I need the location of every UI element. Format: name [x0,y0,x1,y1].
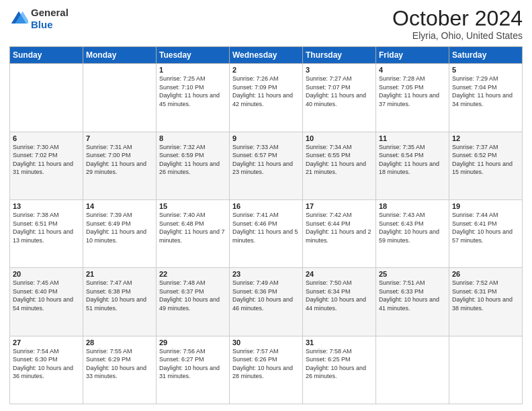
day-info: Sunrise: 7:32 AMSunset: 6:59 PMDaylight:… [159,144,220,176]
day-info: Sunrise: 7:52 AMSunset: 6:31 PMDaylight:… [452,279,513,312]
calendar-cell [376,336,449,404]
day-number: 27 [13,338,80,347]
calendar-cell: 20Sunrise: 7:45 AMSunset: 6:40 PMDayligh… [10,268,83,336]
calendar-cell: 3Sunrise: 7:27 AMSunset: 7:07 PMDaylight… [303,64,376,132]
day-info: Sunrise: 7:26 AMSunset: 7:09 PMDaylight:… [232,75,293,107]
logo-blue: Blue [31,19,53,30]
day-info: Sunrise: 7:44 AMSunset: 6:41 PMDaylight:… [452,212,513,244]
day-info: Sunrise: 7:48 AMSunset: 6:37 PMDaylight:… [159,279,220,312]
calendar-cell: 19Sunrise: 7:44 AMSunset: 6:41 PMDayligh… [449,199,523,267]
calendar-cell: 5Sunrise: 7:29 AMSunset: 7:04 PMDaylight… [449,64,523,132]
day-info: Sunrise: 7:55 AMSunset: 6:29 PMDaylight:… [86,348,146,380]
day-info: Sunrise: 7:41 AMSunset: 6:46 PMDaylight:… [232,212,298,244]
day-number: 14 [86,202,153,210]
day-header-monday: Monday [83,47,157,64]
day-header-thursday: Thursday [303,47,376,64]
calendar-cell: 23Sunrise: 7:49 AMSunset: 6:36 PMDayligh… [230,268,303,336]
day-info: Sunrise: 7:56 AMSunset: 6:27 PMDaylight:… [159,348,220,380]
day-info: Sunrise: 7:39 AMSunset: 6:49 PMDaylight:… [86,212,146,244]
day-number: 3 [306,66,373,74]
calendar-cell: 6Sunrise: 7:30 AMSunset: 7:02 PMDaylight… [10,132,83,199]
day-number: 15 [159,202,226,210]
calendar-week-3: 20Sunrise: 7:45 AMSunset: 6:40 PMDayligh… [10,268,523,336]
calendar-cell: 9Sunrise: 7:33 AMSunset: 6:57 PMDaylight… [230,132,303,199]
day-info: Sunrise: 7:49 AMSunset: 6:36 PMDaylight:… [232,279,293,312]
day-number: 6 [13,134,80,142]
calendar-cell: 22Sunrise: 7:48 AMSunset: 6:37 PMDayligh… [157,268,230,336]
day-info: Sunrise: 7:54 AMSunset: 6:30 PMDaylight:… [13,348,73,380]
day-number: 23 [232,270,300,278]
calendar-cell: 11Sunrise: 7:35 AMSunset: 6:54 PMDayligh… [376,132,449,199]
day-info: Sunrise: 7:40 AMSunset: 6:48 PMDaylight:… [159,212,225,244]
day-number: 18 [379,202,446,210]
day-info: Sunrise: 7:34 AMSunset: 6:55 PMDaylight:… [306,144,366,176]
day-info: Sunrise: 7:37 AMSunset: 6:52 PMDaylight:… [452,144,513,176]
day-info: Sunrise: 7:35 AMSunset: 6:54 PMDaylight:… [379,144,439,176]
calendar-cell: 25Sunrise: 7:51 AMSunset: 6:33 PMDayligh… [376,268,449,336]
calendar-cell: 24Sunrise: 7:50 AMSunset: 6:34 PMDayligh… [303,268,376,336]
day-info: Sunrise: 7:51 AMSunset: 6:33 PMDaylight:… [379,279,439,312]
calendar-cell [83,64,157,132]
day-number: 8 [159,134,226,142]
day-number: 1 [159,66,226,74]
day-info: Sunrise: 7:25 AMSunset: 7:10 PMDaylight:… [159,75,220,107]
day-number: 17 [306,202,373,210]
calendar-week-0: 1Sunrise: 7:25 AMSunset: 7:10 PMDaylight… [10,64,523,132]
calendar-cell: 28Sunrise: 7:55 AMSunset: 6:29 PMDayligh… [83,336,157,404]
calendar-cell: 16Sunrise: 7:41 AMSunset: 6:46 PMDayligh… [230,199,303,267]
day-number: 5 [452,66,519,74]
day-number: 16 [232,202,300,210]
day-number: 7 [86,134,153,142]
calendar-cell [449,336,523,404]
day-info: Sunrise: 7:29 AMSunset: 7:04 PMDaylight:… [452,75,513,107]
day-number: 19 [452,202,519,210]
calendar-cell [10,64,83,132]
calendar-cell: 8Sunrise: 7:32 AMSunset: 6:59 PMDaylight… [157,132,230,199]
day-info: Sunrise: 7:31 AMSunset: 7:00 PMDaylight:… [86,144,146,176]
day-info: Sunrise: 7:38 AMSunset: 6:51 PMDaylight:… [13,212,73,244]
day-info: Sunrise: 7:33 AMSunset: 6:57 PMDaylight:… [232,144,293,176]
month-title: October 2024 [392,7,523,30]
day-number: 25 [379,270,446,278]
calendar-header-row: SundayMondayTuesdayWednesdayThursdayFrid… [10,47,523,64]
day-header-saturday: Saturday [449,47,523,64]
calendar-cell: 26Sunrise: 7:52 AMSunset: 6:31 PMDayligh… [449,268,523,336]
calendar-cell: 30Sunrise: 7:57 AMSunset: 6:26 PMDayligh… [230,336,303,404]
day-info: Sunrise: 7:50 AMSunset: 6:34 PMDaylight:… [306,279,366,312]
title-block: October 2024 Elyria, Ohio, United States [392,7,523,41]
day-number: 24 [306,270,373,278]
calendar-cell: 17Sunrise: 7:42 AMSunset: 6:44 PMDayligh… [303,199,376,267]
day-number: 21 [86,270,153,278]
calendar-cell: 1Sunrise: 7:25 AMSunset: 7:10 PMDaylight… [157,64,230,132]
calendar-cell: 27Sunrise: 7:54 AMSunset: 6:30 PMDayligh… [10,336,83,404]
day-number: 13 [13,202,80,210]
day-info: Sunrise: 7:45 AMSunset: 6:40 PMDaylight:… [13,279,73,312]
calendar-week-2: 13Sunrise: 7:38 AMSunset: 6:51 PMDayligh… [10,199,523,267]
day-info: Sunrise: 7:43 AMSunset: 6:43 PMDaylight:… [379,212,439,244]
day-info: Sunrise: 7:27 AMSunset: 7:07 PMDaylight:… [306,75,366,107]
day-number: 29 [159,338,226,347]
calendar-cell: 31Sunrise: 7:58 AMSunset: 6:25 PMDayligh… [303,336,376,404]
day-info: Sunrise: 7:30 AMSunset: 7:02 PMDaylight:… [13,144,73,176]
calendar-table: SundayMondayTuesdayWednesdayThursdayFrid… [9,46,523,404]
calendar-cell: 4Sunrise: 7:28 AMSunset: 7:05 PMDaylight… [376,64,449,132]
day-number: 11 [379,134,446,142]
day-number: 10 [306,134,373,142]
day-header-sunday: Sunday [10,47,83,64]
calendar-cell: 12Sunrise: 7:37 AMSunset: 6:52 PMDayligh… [449,132,523,199]
day-header-wednesday: Wednesday [230,47,303,64]
logo: General Blue [9,7,69,31]
day-number: 9 [232,134,300,142]
day-info: Sunrise: 7:47 AMSunset: 6:38 PMDaylight:… [86,279,146,312]
calendar-cell: 10Sunrise: 7:34 AMSunset: 6:55 PMDayligh… [303,132,376,199]
day-number: 30 [232,338,300,347]
day-header-friday: Friday [376,47,449,64]
day-number: 28 [86,338,153,347]
calendar-cell: 2Sunrise: 7:26 AMSunset: 7:09 PMDaylight… [230,64,303,132]
day-number: 20 [13,270,80,278]
calendar-cell: 18Sunrise: 7:43 AMSunset: 6:43 PMDayligh… [376,199,449,267]
day-number: 2 [232,66,300,74]
calendar-cell: 13Sunrise: 7:38 AMSunset: 6:51 PMDayligh… [10,199,83,267]
logo-icon [9,9,28,28]
calendar-cell: 29Sunrise: 7:56 AMSunset: 6:27 PMDayligh… [157,336,230,404]
